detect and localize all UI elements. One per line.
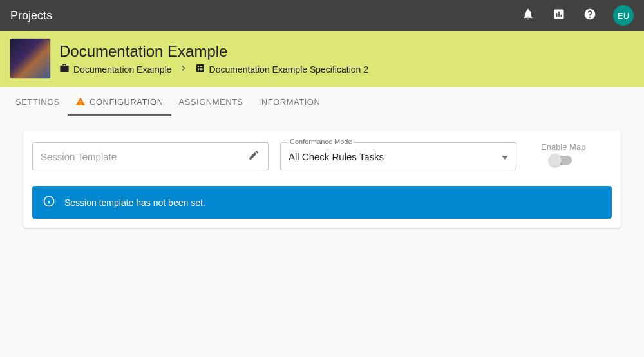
page-title: Documentation Example	[59, 42, 368, 60]
info-icon	[43, 195, 55, 210]
conformance-mode-label: Conformance Mode	[287, 138, 355, 145]
conformance-mode-value: All Check Rules Tasks	[289, 151, 502, 162]
topbar: Projects EU	[0, 0, 644, 31]
breadcrumb: Documentation Example Documentation Exam…	[59, 63, 368, 75]
enable-map-switch[interactable]	[550, 156, 572, 165]
content: Session Template Conformance Mode All Ch…	[0, 116, 644, 242]
session-template-placeholder: Session Template	[41, 151, 247, 162]
project-thumbnail	[10, 39, 50, 78]
conformance-mode-select[interactable]: Conformance Mode All Check Rules Tasks	[280, 142, 516, 170]
help-button[interactable]	[577, 3, 603, 28]
tab-configuration[interactable]: CONFIGURATION	[68, 87, 171, 116]
tab-configuration-label: CONFIGURATION	[90, 97, 164, 107]
header-banner: Documentation Example Documentation Exam…	[0, 31, 644, 87]
breadcrumb-spec-label: Documentation Example Specification 2	[209, 64, 368, 75]
notifications-button[interactable]	[515, 3, 541, 28]
edit-session-template-button[interactable]	[247, 150, 260, 163]
tabs: SETTINGS CONFIGURATION ASSIGNMENTS INFOR…	[0, 87, 644, 116]
breadcrumb-spec[interactable]: Documentation Example Specification 2	[195, 63, 368, 75]
alert-message: Session template has not been set.	[64, 197, 205, 208]
switch-thumb	[549, 154, 562, 167]
reports-button[interactable]	[546, 3, 572, 28]
chart-icon	[553, 8, 565, 23]
briefcase-icon	[59, 63, 70, 75]
topbar-title: Projects	[10, 9, 515, 23]
session-template-field[interactable]: Session Template	[32, 142, 269, 170]
chevron-down-icon	[502, 151, 508, 162]
enable-map-toggle-area: Enable Map	[528, 142, 612, 165]
topbar-actions: EU	[515, 3, 634, 28]
header-text: Documentation Example Documentation Exam…	[59, 39, 368, 75]
pencil-icon	[248, 149, 260, 163]
bell-icon	[522, 8, 535, 23]
user-avatar[interactable]: EU	[613, 5, 634, 26]
warning-icon	[75, 96, 86, 107]
info-alert: Session template has not been set.	[32, 186, 612, 219]
enable-map-label: Enable Map	[541, 142, 612, 152]
tab-settings[interactable]: SETTINGS	[8, 87, 68, 116]
form-row: Session Template Conformance Mode All Ch…	[32, 142, 612, 170]
chevron-right-icon	[178, 63, 189, 75]
breadcrumb-project-label: Documentation Example	[73, 64, 172, 75]
config-card: Session Template Conformance Mode All Ch…	[23, 131, 621, 228]
help-icon	[583, 8, 596, 23]
breadcrumb-project[interactable]: Documentation Example	[59, 63, 172, 75]
spec-icon	[195, 63, 205, 75]
tab-information[interactable]: INFORMATION	[251, 87, 328, 116]
tab-assignments[interactable]: ASSIGNMENTS	[171, 87, 251, 116]
